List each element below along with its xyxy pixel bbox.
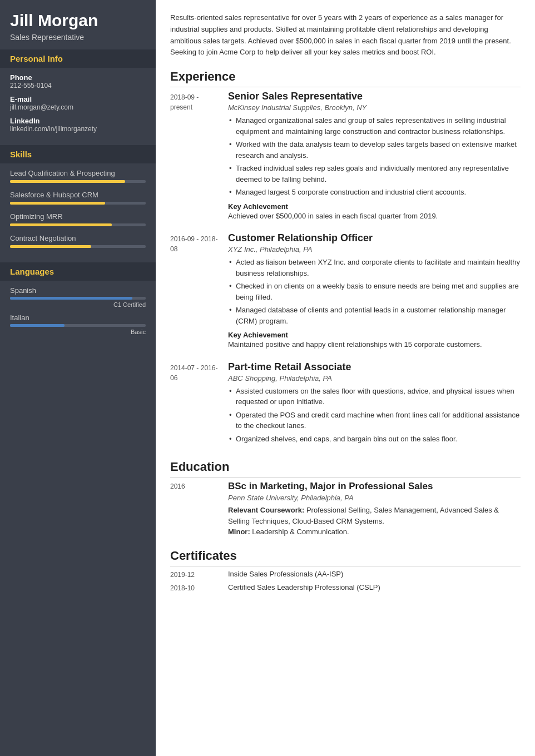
key-achievement-label: Key Achievement: [228, 202, 288, 211]
languages-content: Spanish C1 Certified Italian Basic: [0, 286, 156, 347]
cert-date: 2018-10: [170, 583, 219, 592]
skill-item: Optimizing MRR: [10, 212, 146, 226]
exp-date: 2018-09 - present: [170, 91, 219, 221]
bullet-item: Checked in on clients on a weekly basis …: [228, 281, 521, 302]
skill-bar-fill: [10, 223, 112, 226]
language-bar-bg: [10, 324, 146, 327]
skill-bar-bg: [10, 223, 146, 226]
company: ABC Shopping, Philadelphia, PA: [228, 374, 521, 382]
exp-bullets: Assisted customers on the sales floor wi…: [228, 386, 521, 445]
experience-entry: 2014-07 - 2016-06 Part-time Retail Assoc…: [170, 361, 521, 449]
key-achievement-label: Key Achievement: [228, 331, 288, 339]
email-item: E-mail jill.morgan@zety.com: [10, 95, 146, 111]
skill-bar-bg: [10, 245, 146, 248]
minor-label: Minor:: [228, 528, 250, 536]
education-entries: 2016 BSc in Marketing, Major in Professi…: [170, 481, 521, 538]
language-item: Italian Basic: [10, 314, 146, 335]
exp-bullets: Managed organizational sales and group o…: [228, 115, 521, 198]
language-name: Italian: [10, 314, 146, 322]
education-section: Education 2016 BSc in Marketing, Major i…: [170, 460, 521, 538]
certificate-entry: 2019-12 Inside Sales Professionals (AA-I…: [170, 570, 521, 579]
bullet-item: Tracked individual sales rep sales goals…: [228, 163, 521, 185]
language-bar-bg: [10, 297, 146, 300]
linkedin-value: linkedin.com/in/jillmorganzety: [10, 125, 146, 133]
certificates-title: Certificates: [170, 549, 521, 566]
exp-date: 2016-09 - 2018-08: [170, 232, 219, 350]
experience-entry: 2016-09 - 2018-08 Customer Relationship …: [170, 232, 521, 350]
education-entry: 2016 BSc in Marketing, Major in Professi…: [170, 481, 521, 538]
experience-section: Experience 2018-09 - present Senior Sale…: [170, 69, 521, 449]
edu-degree: BSc in Marketing, Major in Professional …: [228, 481, 521, 492]
minor-text: Leadership & Communication.: [252, 528, 349, 536]
exp-details: Customer Relationship Officer XYZ Inc., …: [228, 232, 521, 350]
email-label: E-mail: [10, 95, 146, 103]
language-level: C1 Certified: [10, 301, 146, 308]
cert-name: Inside Sales Professionals (AA-ISP): [228, 570, 343, 579]
skill-name: Lead Qualification & Prospecting: [10, 169, 146, 177]
company: McKinsey Industrial Supplies, Brooklyn, …: [228, 103, 521, 112]
exp-date: 2014-07 - 2016-06: [170, 361, 219, 449]
exp-bullets: Acted as liaison between XYZ Inc. and co…: [228, 257, 521, 326]
candidate-title: Sales Representative: [10, 33, 146, 42]
bullet-item: Operated the POS and credit card machine…: [228, 410, 521, 431]
skill-bar-bg: [10, 180, 146, 183]
experience-title: Experience: [170, 69, 521, 87]
language-level: Basic: [10, 329, 146, 335]
cert-date: 2019-12: [170, 570, 219, 579]
job-title: Senior Sales Representative: [228, 91, 521, 102]
bullet-item: Organized shelves, end caps, and bargain…: [228, 434, 521, 445]
language-bar-fill: [10, 297, 132, 300]
skill-item: Contract Negotiation: [10, 234, 146, 248]
candidate-name: Jill Morgan: [10, 11, 146, 31]
linkedin-item: LinkedIn linkedin.com/in/jillmorganzety: [10, 117, 146, 133]
languages-section: Languages Spanish C1 Certified Italian B…: [0, 262, 156, 347]
edu-date: 2016: [170, 481, 219, 538]
certificates-section: Certificates 2019-12 Inside Sales Profes…: [170, 549, 521, 592]
edu-details: BSc in Marketing, Major in Professional …: [228, 481, 521, 538]
key-achievement: Key Achievement Achieved over $500,000 i…: [228, 202, 521, 222]
edu-school: Penn State University, Philadelphia, PA: [228, 494, 521, 502]
skill-bar-fill: [10, 245, 91, 248]
bullet-item: Managed database of clients and potentia…: [228, 305, 521, 326]
company: XYZ Inc., Philadelphia, PA: [228, 245, 521, 253]
skill-name: Optimizing MRR: [10, 212, 146, 221]
skill-item: Lead Qualification & Prospecting: [10, 169, 146, 183]
bullet-item: Worked with the data analysis team to de…: [228, 139, 521, 161]
edu-coursework: Relevant Coursework: Professional Sellin…: [228, 505, 521, 538]
language-item: Spanish C1 Certified: [10, 286, 146, 308]
personal-info-content: Phone 212-555-0104 E-mail jill.morgan@ze…: [0, 73, 156, 145]
skill-bar-fill: [10, 202, 105, 205]
bullet-item: Managed largest 5 corporate construction…: [228, 187, 521, 198]
skills-content: Lead Qualification & Prospecting Salesfo…: [0, 169, 156, 262]
skills-header: Skills: [0, 145, 156, 163]
main-content: Results-oriented sales representative fo…: [156, 0, 535, 756]
bullet-item: Acted as liaison between XYZ Inc. and co…: [228, 257, 521, 278]
bullet-item: Assisted customers on the sales floor wi…: [228, 386, 521, 407]
linkedin-label: LinkedIn: [10, 117, 146, 125]
key-achievement-text: Maintained positive and happy client rel…: [228, 340, 482, 349]
certificates-entries: 2019-12 Inside Sales Professionals (AA-I…: [170, 570, 521, 592]
key-achievement: Key Achievement Maintained positive and …: [228, 331, 521, 350]
bullet-item: Managed organizational sales and group o…: [228, 115, 521, 137]
personal-info-section: Personal Info Phone 212-555-0104 E-mail …: [0, 49, 156, 145]
job-title: Part-time Retail Associate: [228, 361, 521, 373]
sidebar: Jill Morgan Sales Representative Persona…: [0, 0, 156, 756]
summary: Results-oriented sales representative fo…: [170, 12, 521, 58]
certificate-entry: 2018-10 Certified Sales Leadership Profe…: [170, 583, 521, 592]
phone-label: Phone: [10, 73, 146, 82]
email-value: jill.morgan@zety.com: [10, 103, 146, 111]
skill-name: Contract Negotiation: [10, 234, 146, 242]
exp-details: Senior Sales Representative McKinsey Ind…: [228, 91, 521, 221]
key-achievement-text: Achieved over $500,000 in sales in each …: [228, 212, 438, 220]
personal-info-header: Personal Info: [0, 49, 156, 68]
education-title: Education: [170, 460, 521, 478]
language-bar-fill: [10, 324, 65, 327]
phone-value: 212-555-0104: [10, 82, 146, 89]
experience-entries: 2018-09 - present Senior Sales Represent…: [170, 91, 521, 449]
coursework-label: Relevant Coursework:: [228, 506, 304, 514]
skill-name: Salesforce & Hubspot CRM: [10, 191, 146, 199]
languages-header: Languages: [0, 262, 156, 281]
exp-details: Part-time Retail Associate ABC Shopping,…: [228, 361, 521, 449]
skills-section: Skills Lead Qualification & Prospecting …: [0, 145, 156, 262]
cert-name: Certified Sales Leadership Professional …: [228, 583, 380, 592]
